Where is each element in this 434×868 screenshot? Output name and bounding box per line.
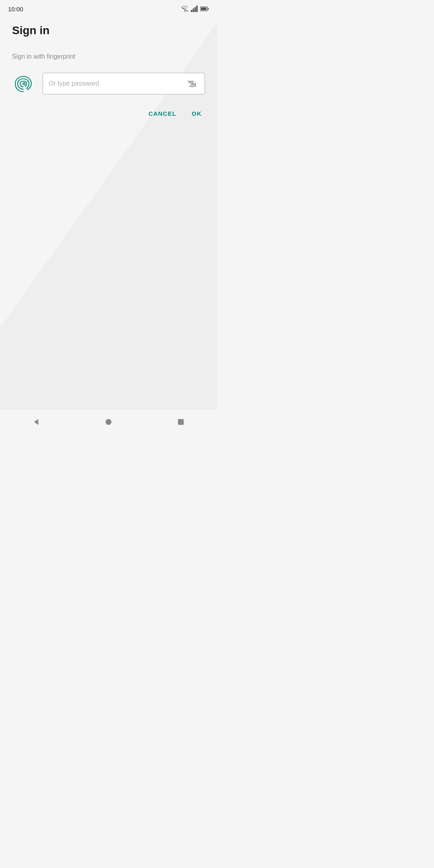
status-time: 10:00 — [8, 6, 23, 12]
ok-button[interactable]: OK — [190, 107, 203, 120]
svg-rect-2 — [191, 10, 192, 12]
main-content: Sign in Sign in with fingerprint — [0, 16, 217, 120]
navigation-bar — [0, 410, 217, 434]
home-button[interactable] — [98, 412, 119, 432]
action-buttons: CANCEL OK — [12, 107, 205, 120]
password-field-wrapper — [43, 73, 205, 94]
back-button[interactable] — [26, 412, 46, 432]
svg-rect-11 — [178, 419, 184, 425]
back-icon — [32, 418, 41, 426]
page-title: Sign in — [12, 24, 205, 37]
battery-icon — [200, 6, 209, 12]
status-bar: 10:00 — [0, 0, 217, 16]
svg-rect-7 — [208, 8, 209, 10]
recents-icon — [177, 418, 184, 426]
cancel-button[interactable]: CANCEL — [147, 107, 178, 120]
password-input[interactable] — [49, 73, 185, 94]
fingerprint-icon[interactable] — [12, 72, 35, 95]
visibility-off-icon — [187, 80, 197, 88]
svg-rect-8 — [201, 8, 207, 10]
signin-subtitle: Sign in with fingerprint — [12, 53, 205, 60]
signal-icon — [191, 6, 198, 12]
svg-rect-3 — [193, 8, 194, 12]
svg-rect-5 — [196, 6, 198, 12]
toggle-password-visibility-button[interactable] — [185, 78, 199, 89]
svg-point-10 — [106, 419, 112, 425]
input-row — [12, 72, 205, 95]
wifi-icon — [181, 6, 189, 12]
recents-button[interactable] — [171, 412, 191, 432]
svg-rect-4 — [194, 7, 196, 12]
svg-marker-9 — [34, 419, 39, 425]
svg-point-1 — [184, 10, 185, 12]
status-icons — [181, 6, 209, 12]
home-icon — [104, 418, 113, 426]
